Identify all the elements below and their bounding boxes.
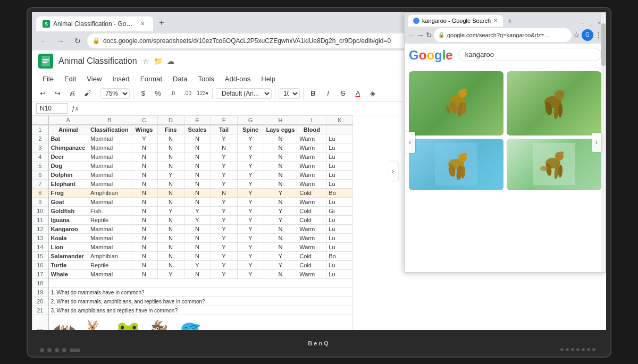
search-result-4[interactable]: Species Spotlight: The Kangaroo: [507, 139, 601, 190]
google-search-input-bar[interactable]: kangaroo: [458, 48, 601, 61]
monitor-btn-3[interactable]: [55, 348, 59, 352]
menu-file[interactable]: File: [38, 73, 58, 84]
cell-tail[interactable]: Y: [211, 134, 237, 143]
decimal-less-button[interactable]: .0: [166, 87, 179, 100]
font-select[interactable]: Default (Ari...: [216, 88, 272, 99]
google-search-content[interactable]: Google kangaroo: [405, 44, 606, 272]
search-address-bar[interactable]: 🔒 google.com/search?q=kangaroo&rlz=...: [434, 28, 572, 42]
col-F[interactable]: F: [211, 115, 237, 125]
search-profile[interactable]: G: [582, 29, 593, 41]
col-G[interactable]: G: [237, 115, 264, 125]
row-num: 2: [32, 134, 48, 143]
cell-spine[interactable]: Y: [237, 134, 264, 143]
col-C[interactable]: C: [131, 115, 157, 125]
header-fins[interactable]: Fins: [157, 125, 184, 134]
menu-insert[interactable]: Insert: [108, 73, 134, 84]
header-classification[interactable]: Classification: [88, 125, 131, 134]
monitor-btn-1[interactable]: [40, 348, 44, 352]
print-button[interactable]: 🖨: [66, 87, 79, 100]
search-tab-active[interactable]: kangaroo - Google Search ✕: [408, 15, 503, 27]
cell-fins[interactable]: N: [157, 134, 184, 143]
search-restore[interactable]: ⬜: [587, 20, 594, 27]
monitor-btn-2[interactable]: [47, 348, 52, 352]
cell-animal[interactable]: Bat: [48, 134, 88, 143]
new-tab-button[interactable]: +: [154, 15, 169, 30]
header-blood[interactable]: Blood: [297, 125, 326, 134]
cell-scales[interactable]: N: [184, 134, 211, 143]
search-img-3: [409, 139, 503, 190]
redo-button[interactable]: ↪: [51, 87, 64, 100]
cell-extra[interactable]: Lu: [326, 134, 353, 143]
col-D[interactable]: D: [157, 115, 184, 125]
search-minimize[interactable]: ─: [579, 20, 585, 27]
header-spine[interactable]: Spine: [237, 125, 264, 134]
cell-class[interactable]: Mammal: [88, 134, 131, 143]
header-scales[interactable]: Scales: [184, 125, 211, 134]
cell-eggs[interactable]: N: [264, 134, 297, 143]
decimal-more-button[interactable]: .00: [181, 87, 194, 100]
font-color-button[interactable]: A: [351, 87, 364, 100]
scrollbar-thumb[interactable]: [601, 44, 606, 66]
currency-button[interactable]: $: [137, 87, 149, 100]
search-result-2[interactable]: Kangaroo baffles police in... dw.com: [507, 71, 601, 136]
menu-help[interactable]: Help: [257, 73, 280, 84]
undo-button[interactable]: ↩: [36, 87, 49, 100]
dot-7: [592, 348, 595, 351]
search-bookmark[interactable]: ☆: [573, 31, 580, 39]
forward-button[interactable]: →: [53, 33, 68, 48]
search-nav-right[interactable]: ›: [592, 133, 601, 152]
cell-blood[interactable]: Warm: [297, 134, 326, 143]
spreadsheet-nav-right[interactable]: ›: [388, 162, 398, 181]
table-row: 4 Deer Mammal N N N Y Y N: [32, 153, 353, 162]
strikethrough-button[interactable]: S: [337, 87, 349, 100]
zoom-select[interactable]: 75%: [100, 88, 130, 99]
menu-view[interactable]: View: [82, 73, 106, 84]
header-extra[interactable]: [326, 125, 353, 134]
search-result-3[interactable]: How many legs does a kangaroo have: [409, 139, 503, 190]
search-tab-close[interactable]: ✕: [493, 18, 498, 23]
header-tail[interactable]: Tail: [211, 125, 237, 134]
search-new-tab[interactable]: +: [504, 15, 516, 27]
menu-edit[interactable]: Edit: [60, 73, 80, 84]
tab-sheets[interactable]: S Animal Classification - Google S... ✕: [36, 16, 153, 31]
number-format-button[interactable]: 123▾: [196, 87, 209, 100]
search-scrollbar[interactable]: [601, 44, 606, 272]
bat-image: 🦇: [51, 319, 78, 330]
folder-icon[interactable]: 📁: [154, 57, 163, 65]
fill-color-button[interactable]: ◈: [366, 87, 379, 100]
header-eggs[interactable]: Lays eggs: [264, 125, 297, 134]
italic-button[interactable]: I: [322, 87, 334, 100]
tab-close-button[interactable]: ✕: [138, 20, 147, 28]
cell-wings[interactable]: Y: [131, 134, 157, 143]
menu-data[interactable]: Data: [169, 73, 191, 84]
font-size-select[interactable]: 10: [279, 88, 300, 99]
nav-arrow-left[interactable]: ‹: [405, 132, 415, 153]
menu-tools[interactable]: Tools: [194, 73, 218, 84]
col-K[interactable]: K: [326, 115, 353, 125]
col-H[interactable]: H: [264, 115, 297, 125]
menu-addons[interactable]: Add-ons: [221, 73, 255, 84]
search-forward[interactable]: →: [417, 31, 424, 39]
table-row: 16 Turtle Reptile N N Y Y Y Y: [32, 261, 353, 270]
menu-format[interactable]: Format: [136, 73, 166, 84]
cell-ref-input[interactable]: [36, 103, 68, 114]
search-result-1[interactable]: Kangaroos are not for shoes | Opinion ..…: [409, 71, 503, 136]
paintformat-button[interactable]: 🖌: [81, 87, 94, 100]
col-B[interactable]: B: [88, 115, 131, 125]
reload-button[interactable]: ↻: [70, 33, 85, 48]
percent-button[interactable]: %: [152, 87, 164, 100]
corner-header: [32, 115, 48, 125]
dot-1: [560, 348, 564, 351]
col-I[interactable]: I: [297, 115, 326, 125]
star-icon[interactable]: ☆: [142, 57, 149, 65]
back-button[interactable]: ←: [36, 33, 51, 48]
col-A[interactable]: A: [48, 115, 88, 125]
col-E[interactable]: E: [184, 115, 211, 125]
search-reload[interactable]: ↻: [426, 31, 432, 39]
header-animal[interactable]: Animal: [48, 125, 88, 134]
bold-button[interactable]: B: [307, 87, 320, 100]
monitor-btn-4[interactable]: [62, 348, 66, 352]
header-wings[interactable]: Wings: [131, 125, 157, 134]
drive-icon[interactable]: ☁: [167, 57, 174, 65]
search-back[interactable]: ←: [408, 31, 415, 39]
